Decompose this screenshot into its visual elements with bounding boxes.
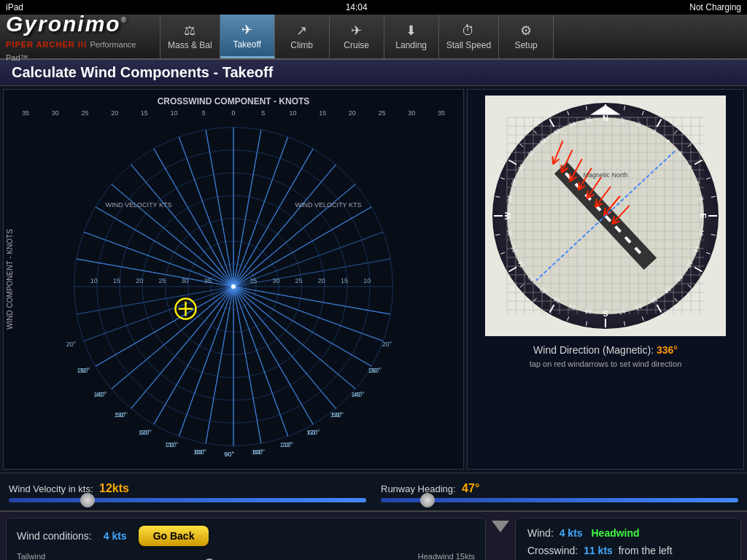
nav-bar: Gyronimo® PIPER ARCHER III Performance P… [0,15,747,60]
nav-tab-climb[interactable]: ↗Climb [275,15,330,58]
divider-arrow-icon [492,521,509,532]
wind-velocity-value: 12kts [99,482,129,494]
wind-result-label: Wind: [527,527,554,539]
tab-label-takeoff: Takeoff [233,39,260,50]
tab-label-cruise: Cruise [344,40,369,50]
main-content: Wind Direction (Magnetic): 336° tap on r… [0,86,747,472]
page-title: Calculate Wind Components - Takeoff [12,64,273,81]
tab-label-mass-bal: Mass & Bal [168,40,212,50]
tab-label-stall-speed: Stall Speed [446,40,491,50]
runway-heading-label: Runway Heading: [381,483,456,494]
logo-area: Gyronimo® PIPER ARCHER III Performance P… [0,15,160,58]
wind-conditions-label: Wind conditions: [17,530,92,542]
results-panel: Wind: 4 kts Headwind Crosswind: 11 kts f… [515,518,741,560]
bottom-panel: Wind conditions: 4 kts Go Back Tailwind … [0,510,747,560]
tab-icon-cruise: ✈ [351,23,362,39]
runway-heading-slider[interactable] [381,498,738,502]
logo: Gyronimo® [6,10,154,37]
crosswind-result-label: Crosswind: [527,545,578,556]
nav-tabs: ⚖Mass & Bal✈Takeoff↗Climb✈Cruise⬇Landing… [160,15,747,58]
compass-hint: tap on red windarrows to set wind direct… [530,358,682,371]
wind-velocity-label-row: Wind Velocity in kts: 12kts [9,482,366,495]
nav-tab-takeoff[interactable]: ✈Takeoff [220,15,275,58]
page-title-bar: Calculate Wind Components - Takeoff [0,60,747,86]
slider-area: Wind Velocity in kts: 12kts Runway Headi… [0,472,747,510]
runway-heading-value: 47° [462,482,479,494]
logo-name: Gyronimo [6,12,121,36]
compass-panel[interactable]: Wind Direction (Magnetic): 336° tap on r… [467,89,744,470]
logo-subtitle: PIPER ARCHER III Performance Pad™ [6,37,154,63]
wind-bar-labels: Tailwind Headwind 15kts [17,552,475,560]
crosswind-result-row: Crosswind: 11 kts from the left [527,545,729,556]
go-back-button[interactable]: Go Back [139,526,209,546]
wind-velocity-label: Wind Velocity in kts: [9,483,93,494]
runway-heading-group: Runway Heading: 47° [381,482,738,502]
nav-tab-mass-bal[interactable]: ⚖Mass & Bal [160,15,220,58]
wind-direction-info: Wind Direction (Magnetic): 336° [530,342,682,358]
tailwind-label: Tailwind [17,552,45,560]
tab-icon-mass-bal: ⚖ [184,23,196,39]
wind-velocity-slider[interactable] [9,498,366,502]
crosswind-panel[interactable] [3,89,464,470]
wind-result-value: 4 kts [560,527,583,539]
tab-icon-setup: ⚙ [520,23,532,39]
compass-container [485,96,726,336]
wind-result-row: Wind: 4 kts Headwind [527,527,729,539]
nav-tab-stall-speed[interactable]: ⏱Stall Speed [439,15,499,58]
crosswind-direction: from the left [619,545,673,556]
crosswind-result-value: 11 kts [584,545,613,556]
runway-heading-thumb[interactable] [420,493,435,508]
wind-conditions-top: Wind conditions: 4 kts Go Back [17,526,475,546]
crosswind-chart[interactable] [4,90,463,469]
runway-heading-label-row: Runway Heading: 47° [381,482,738,495]
headwind-label: Headwind 15kts [418,552,475,560]
tab-icon-climb: ↗ [296,23,307,39]
wind-dir-label: Wind Direction (Magnetic): [533,344,654,356]
aircraft-name: PIPER ARCHER III [6,40,87,49]
compass-info: Wind Direction (Magnetic): 336° tap on r… [530,342,682,371]
tab-icon-stall-speed: ⏱ [462,23,475,39]
wind-conditions-value: 4 kts [104,530,127,542]
compass-canvas[interactable] [485,96,726,336]
wind-dir-value: 336° [657,344,678,356]
tab-label-setup: Setup [514,40,537,50]
wind-velocity-thumb[interactable] [80,493,95,508]
tab-label-climb: Climb [290,40,313,50]
status-battery: Not Charging [689,2,741,12]
status-time: 14:04 [346,2,368,12]
wind-conditions-panel: Wind conditions: 4 kts Go Back Tailwind … [6,518,486,560]
tab-icon-landing: ⬇ [406,23,417,39]
nav-tab-cruise[interactable]: ✈Cruise [330,15,384,58]
divider [492,518,509,560]
nav-tab-landing[interactable]: ⬇Landing [384,15,439,58]
wind-bar-container: Tailwind Headwind 15kts [17,552,475,560]
logo-reg: ® [121,16,128,24]
tab-icon-takeoff: ✈ [241,22,252,38]
nav-tab-setup[interactable]: ⚙Setup [499,15,554,58]
wind-velocity-group: Wind Velocity in kts: 12kts [9,482,366,502]
tab-label-landing: Landing [395,40,427,50]
wind-result-type: Headwind [592,527,640,539]
